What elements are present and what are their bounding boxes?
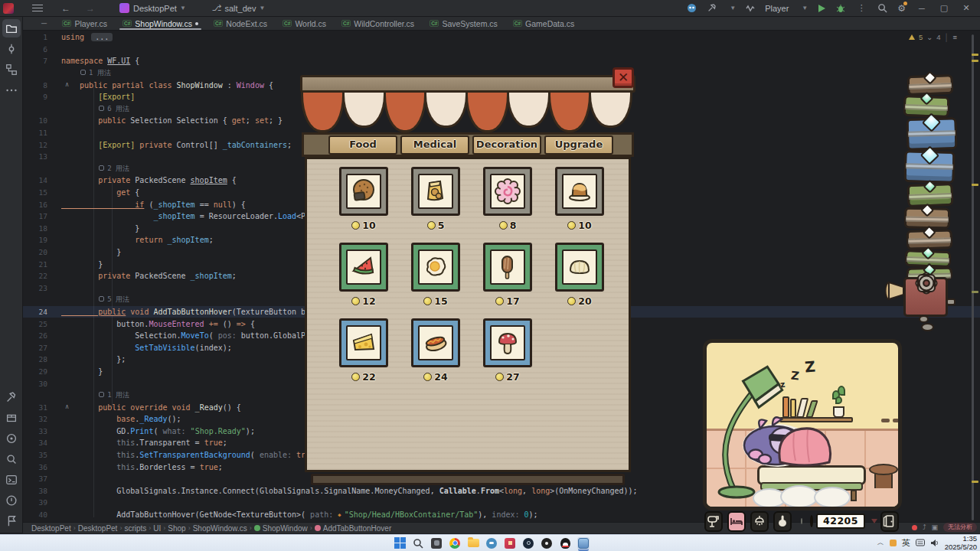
activity-folder-icon[interactable]: [2, 19, 21, 37]
search-icon[interactable]: [877, 3, 887, 13]
maximize-icon[interactable]: ▢: [938, 3, 950, 13]
editor-scrollbar[interactable]: [972, 34, 974, 520]
editor-tab-ShopWindow.cs[interactable]: C#ShopWindow.cs: [115, 17, 206, 30]
dropdown-triangle-icon[interactable]: [871, 519, 877, 523]
shop-tab-upgrade[interactable]: Upgrade: [544, 135, 613, 155]
editor-tab-NodeExt.cs[interactable]: C#NodeExt.cs: [206, 17, 275, 30]
pet-room[interactable]: z Z Z: [703, 339, 902, 510]
taskbar-godot-icon[interactable]: [485, 537, 498, 549]
branch-widget[interactable]: ⎇ salt_dev ▼: [212, 3, 266, 13]
debug-icon[interactable]: [836, 4, 845, 13]
shop-tab-medical[interactable]: Medical: [400, 135, 469, 155]
taskbar-qq-icon[interactable]: [559, 537, 571, 549]
editor-tab-GameData.cs[interactable]: C#GameData.cs: [505, 17, 583, 30]
breadcrumb-item[interactable]: DesktopPet: [78, 524, 118, 533]
godot-plugin-icon[interactable]: [687, 3, 697, 13]
activity-notifications-icon[interactable]: [2, 512, 21, 530]
shop-item-popsicle[interactable]: 17: [472, 243, 544, 318]
hand-button[interactable]: [773, 511, 792, 532]
breadcrumb-item[interactable]: ShopWindow: [254, 524, 308, 533]
tiny-toggle[interactable]: [801, 518, 802, 524]
build-hammer-icon[interactable]: [707, 3, 717, 13]
taskbar-music-icon[interactable]: [541, 537, 553, 549]
shop-item-cookie-bag[interactable]: 5: [400, 167, 472, 243]
shop-tab-decoration[interactable]: Decoration: [472, 135, 541, 155]
shop-item-pudding[interactable]: 10: [544, 167, 616, 243]
taskbar-steam-icon[interactable]: [522, 537, 534, 549]
speaker-icon[interactable]: [930, 539, 939, 547]
lamp-button[interactable]: [750, 511, 769, 532]
minimize-icon[interactable]: ─: [916, 4, 928, 13]
shop-item-hot-dog[interactable]: 24: [400, 318, 472, 394]
taskbar-search-icon[interactable]: [412, 537, 424, 549]
shop-item-fried-egg[interactable]: 15: [400, 243, 472, 318]
analysis-status-badge[interactable]: 无法分析: [943, 523, 977, 532]
chest-green[interactable]: [903, 95, 950, 118]
shop-item-watermelon[interactable]: 12: [328, 243, 400, 318]
taskbar-pet-app-icon[interactable]: [577, 537, 590, 549]
hide-tabs-icon[interactable]: ─: [41, 19, 47, 28]
activity-commit-icon[interactable]: [2, 40, 21, 58]
shop-tab-food[interactable]: Food: [328, 135, 397, 155]
editor-tab-World.cs[interactable]: C#World.cs: [275, 17, 334, 30]
activity-problems-icon[interactable]: [2, 491, 21, 510]
taskbar-chrome-icon[interactable]: [449, 537, 461, 549]
run-icon[interactable]: [818, 4, 826, 13]
breadcrumb-item[interactable]: UI: [153, 524, 161, 533]
machine-knob[interactable]: [919, 315, 929, 323]
breadcrumb-item[interactable]: AddTabButtonHover: [315, 524, 392, 533]
activity-build-icon[interactable]: [2, 388, 21, 406]
sleeping-pet[interactable]: [733, 406, 840, 474]
activity-terminal-icon[interactable]: [2, 471, 21, 489]
activity-search-icon[interactable]: [2, 450, 21, 468]
activity-more-icon[interactable]: [2, 81, 21, 99]
chest-green[interactable]: [906, 183, 953, 207]
touch-keyboard-icon[interactable]: [916, 539, 925, 547]
breadcrumb-item[interactable]: ShopWindow.cs: [193, 524, 247, 533]
machine-knob[interactable]: [921, 323, 934, 331]
activity-packages-icon[interactable]: [2, 409, 21, 427]
shop-item-naruto-roll[interactable]: 8: [472, 167, 544, 243]
project-name[interactable]: DesktopPet: [133, 4, 177, 13]
more-actions-icon[interactable]: ⋮: [855, 3, 867, 13]
chevron-down-icon[interactable]: ▼: [730, 5, 736, 11]
shop-item-bun[interactable]: 20: [544, 243, 616, 318]
share-icon[interactable]: ⤴: [923, 523, 926, 531]
mailbox-button[interactable]: [704, 511, 723, 532]
chest-brown[interactable]: [907, 74, 954, 96]
chest-blue[interactable]: [906, 117, 957, 151]
override-marker-icon[interactable]: ∧: [65, 80, 69, 88]
close-window-icon[interactable]: ✕: [960, 3, 972, 13]
breadcrumb-item[interactable]: Shop: [168, 524, 185, 533]
taskbar-red-app-icon[interactable]: [504, 537, 516, 549]
shield-icon[interactable]: ▣: [931, 523, 938, 531]
back-icon[interactable]: ←: [61, 3, 70, 14]
main-menu-icon[interactable]: [32, 5, 43, 11]
editor-tab-Player.cs[interactable]: C#Player.cs: [54, 17, 115, 30]
inspection-menu-icon[interactable]: ≡: [952, 33, 957, 41]
breadcrumb-item[interactable]: DesktopPet: [31, 524, 71, 533]
breadcrumb-item[interactable]: scripts: [124, 524, 146, 533]
ime-indicator[interactable]: 英: [902, 537, 910, 549]
editor-tab-WildController.cs[interactable]: C#WildController.cs: [334, 17, 422, 30]
inspections-widget[interactable]: 5 ⌄ 4 │ ≡: [909, 33, 957, 41]
activity-structure-icon[interactable]: [2, 60, 21, 79]
shop-item-cheese[interactable]: 22: [328, 318, 400, 394]
shop-item-onigiri[interactable]: 10: [328, 167, 400, 243]
shop-item-mushroom[interactable]: 27: [472, 318, 544, 394]
clock[interactable]: 1:35 2025/5/20: [945, 535, 977, 551]
tray-app-icon[interactable]: [890, 540, 897, 546]
shop-close-button[interactable]: ✕: [612, 67, 634, 88]
bed-button[interactable]: [727, 511, 746, 532]
door-button[interactable]: [880, 511, 899, 532]
fold-icon[interactable]: ›: [65, 33, 69, 41]
override-marker-icon[interactable]: ∧: [65, 403, 69, 410]
activity-profiler-icon[interactable]: [2, 429, 21, 448]
editor-tab-SaveSystem.cs[interactable]: C#SaveSystem.cs: [422, 17, 505, 30]
taskbar-photos-icon[interactable]: [430, 537, 443, 549]
forward-icon[interactable]: →: [86, 3, 95, 14]
taskbar-explorer-icon[interactable]: [467, 537, 479, 549]
run-config-name[interactable]: Player: [765, 4, 789, 13]
chest-blue[interactable]: [903, 150, 955, 184]
taskbar-windows-icon[interactable]: [394, 537, 406, 549]
